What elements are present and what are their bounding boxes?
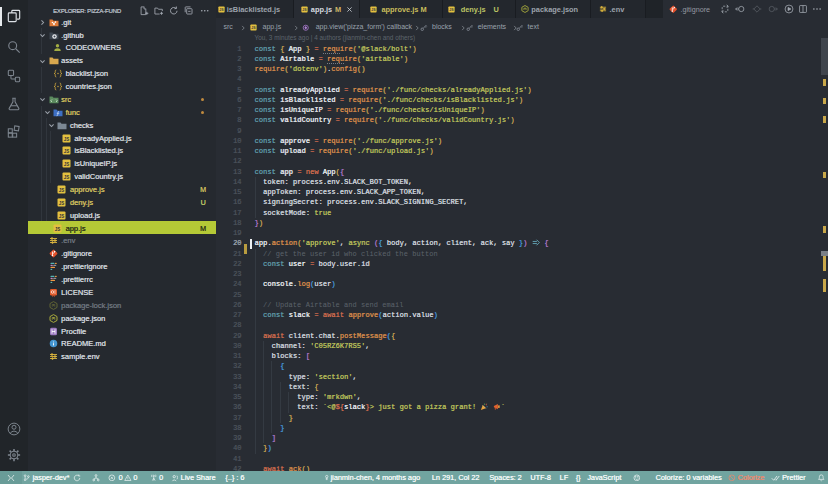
svg-text:JS: JS	[303, 8, 308, 12]
svg-text:JS: JS	[251, 26, 256, 30]
svg-text:JS: JS	[63, 136, 69, 141]
svg-text:JS: JS	[63, 162, 69, 167]
svg-text:JS: JS	[59, 213, 65, 218]
svg-text:JS: JS	[219, 8, 224, 12]
svg-text:JS: JS	[63, 149, 69, 154]
svg-text:JS: JS	[59, 201, 65, 206]
svg-text:JS: JS	[63, 175, 69, 180]
svg-text:JS: JS	[59, 188, 65, 193]
svg-text:JS: JS	[55, 226, 61, 231]
svg-text:JS: JS	[449, 8, 454, 12]
svg-text:JS: JS	[371, 8, 376, 12]
